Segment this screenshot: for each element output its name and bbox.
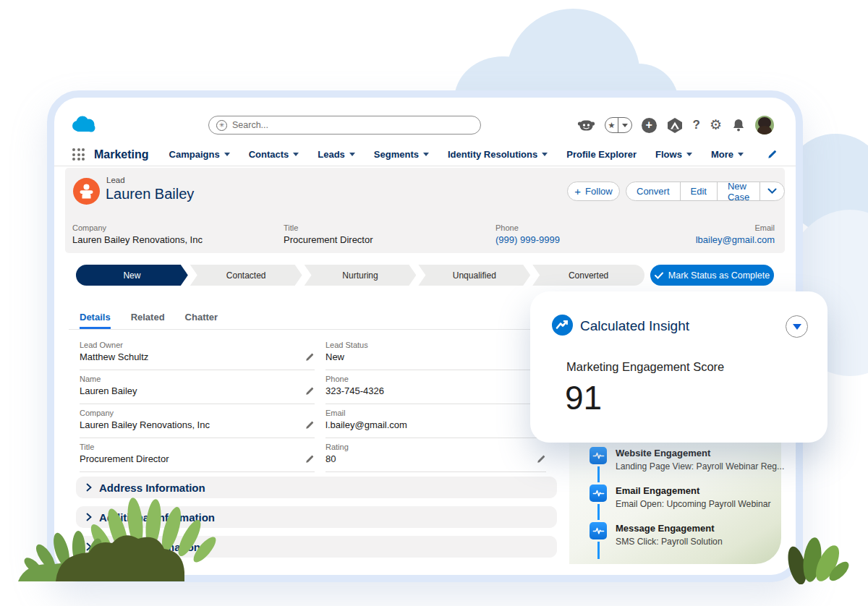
path-stage-contacted[interactable]: Contacted [190,265,302,286]
timeline-connector [597,466,600,482]
path-stage-new[interactable]: New [76,265,188,286]
engagement-activity-icon [590,447,607,464]
salesforce-logo [70,115,98,134]
chevron-right-icon [86,483,92,492]
engagement-timeline-panel: Website Engagement Landing Page View: Pa… [569,443,781,564]
app-name[interactable]: Marketing [94,148,149,161]
header-field-company: Company Lauren Bailey Renovations, Inc [72,223,203,245]
timeline-connector [597,504,600,520]
metric-label: Marketing Engagement Score [566,360,724,374]
setup-gear-icon[interactable]: ⚙ [710,118,722,132]
edit-pencil-icon[interactable] [305,386,315,396]
check-icon [655,272,663,279]
search-input[interactable] [232,120,473,130]
favorites-button[interactable]: ★ [605,117,632,133]
chevron-down-icon [738,153,744,156]
header-field-email: Email lbailey@gmail.com [696,223,775,245]
path-stage-nurturing[interactable]: Nurturing [305,265,417,286]
plus-icon: + [574,185,581,197]
details-field-grid: Lead Owner Matthew Schultz Lead Status N… [80,336,546,472]
caret-down-icon [793,324,801,330]
field-lead-owner: Lead Owner Matthew Schultz [80,336,315,370]
favorites-star-icon: ★ [605,121,618,130]
chevron-down-icon [542,153,548,156]
path-stage-converted[interactable]: Converted [532,265,644,286]
engagement-activity-icon [590,485,607,502]
global-actions-plus-icon[interactable]: + [642,118,657,133]
sales-path: New Contacted Nurturing Unqualified Conv… [76,265,774,286]
tab-chatter[interactable]: Chatter [185,312,218,329]
help-icon[interactable]: ? [693,118,700,132]
follow-button[interactable]: + Follow [567,182,620,201]
lead-highlights-panel: Lead Lauren Bailey + Follow Convert Edit… [65,168,785,253]
edit-pencil-icon[interactable] [305,420,315,430]
tab-segments[interactable]: Segments [374,149,429,160]
tab-more[interactable]: More [711,149,744,160]
chevron-down-icon [767,188,777,195]
timeline-connector [597,542,600,559]
tab-contacts[interactable]: Contacts [249,149,299,160]
record-name: Lauren Bailey [106,186,194,202]
einstein-icon[interactable] [577,117,595,133]
path-stage-unqualified[interactable]: Unqualified [418,265,530,286]
chevron-down-icon[interactable] [618,124,631,127]
timeline-item-website[interactable]: Website Engagement Landing Page View: Pa… [590,447,770,479]
tab-identity-resolutions[interactable]: Identity Resolutions [448,149,548,160]
plant-decoration [780,525,849,584]
header-field-phone: Phone (999) 999-9999 [495,223,560,245]
user-avatar[interactable] [755,116,774,135]
record-action-group: Convert Edit New Case [626,182,785,201]
edit-navigation-pencil-icon[interactable] [767,149,778,160]
calculated-insight-card: Calculated Insight Marketing Engagement … [530,291,827,443]
tab-leads[interactable]: Leads [318,149,355,160]
edit-pencil-icon[interactable] [536,454,546,464]
timeline-item-email[interactable]: Email Engagement Email Open: Upcoming Pa… [590,485,770,516]
edit-pencil-icon[interactable] [305,454,315,464]
mark-status-complete-button[interactable]: Mark Status as Complete [650,265,774,286]
notifications-bell-icon[interactable] [731,118,746,133]
engagement-activity-icon [590,522,607,539]
global-search[interactable]: ✳ [208,116,481,135]
lead-object-icon [73,178,100,205]
email-link[interactable]: lbailey@gmail.com [696,234,775,245]
more-actions-chevron[interactable] [760,182,784,200]
edit-pencil-icon[interactable] [305,352,315,362]
field-company: Company Lauren Bailey Renovations, Inc [80,404,315,438]
tab-details[interactable]: Details [80,312,111,329]
metric-value: 91 [565,378,602,417]
phone-link[interactable]: (999) 999-9999 [495,234,560,245]
field-email: Email l.bailey@gmail.com [326,404,546,438]
timeline-item-message[interactable]: Message Engagement SMS Click: Payroll So… [590,522,770,554]
insight-collapse-button[interactable] [786,315,808,338]
entity-label: Lead [106,176,125,184]
tab-flows[interactable]: Flows [655,149,692,160]
edit-button[interactable]: Edit [681,182,718,200]
tab-related[interactable]: Related [131,312,165,329]
field-phone: Phone 323-745-4326 [326,370,546,404]
guidance-center-icon[interactable] [666,117,684,134]
search-icon: ✳ [216,120,227,131]
app-navigation-bar: Marketing Campaigns Contacts Leads Segme… [54,143,796,166]
insight-trend-icon [552,315,573,336]
field-title: Title Procurement Director [80,438,315,472]
new-case-button[interactable]: New Case [718,182,760,200]
field-rating: Rating 80 [326,438,546,472]
chevron-down-icon [423,153,429,156]
chevron-down-icon [293,153,299,156]
tab-campaigns[interactable]: Campaigns [169,149,230,160]
field-lead-status: Lead Status New [326,336,546,370]
chevron-down-icon [349,153,355,156]
convert-button[interactable]: Convert [626,182,681,200]
bush-decoration [11,496,246,584]
header-field-title: Title Procurement Director [284,223,373,245]
field-name: Name Lauren Bailey [80,370,315,404]
chevron-down-icon [224,153,230,156]
section-address-information[interactable]: Address Information [76,477,557,498]
insight-card-title: Calculated Insight [580,318,689,334]
chevron-down-icon [686,153,692,156]
tab-profile-explorer[interactable]: Profile Explorer [566,149,637,160]
app-launcher-icon[interactable] [72,148,85,161]
